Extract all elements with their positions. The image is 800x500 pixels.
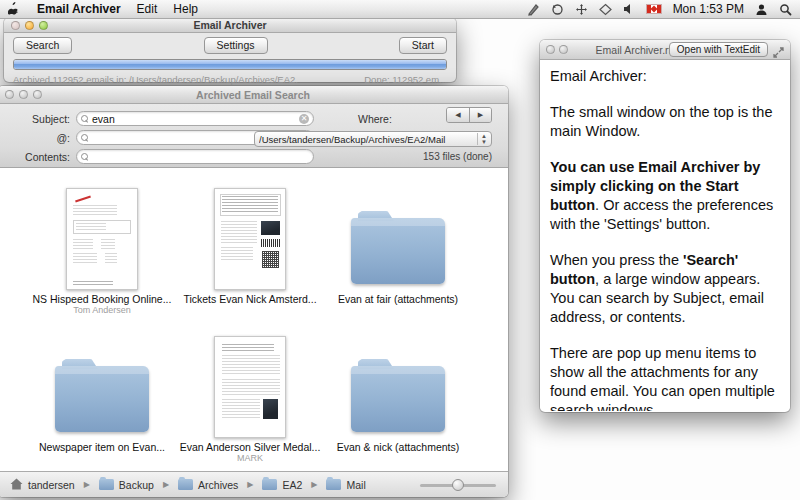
breadcrumb-item[interactable]: Mail	[346, 479, 365, 491]
zoom-button[interactable]	[559, 45, 568, 54]
search-icon	[81, 153, 89, 161]
breadcrumb-separator-icon: ▶	[247, 480, 253, 489]
icon-size-slider[interactable]	[420, 478, 496, 492]
zoom-button[interactable]	[39, 21, 48, 30]
folder-icon	[99, 479, 114, 490]
search-window-titlebar[interactable]: Archived Email Search	[0, 86, 508, 104]
folder-icon	[55, 366, 149, 432]
archiver-titlebar[interactable]: Email Archiver	[4, 18, 456, 33]
where-popup-menu[interactable]: /Users/tandersen/Backup/Archives/EA2/Mai…	[254, 131, 492, 147]
document-thumbnail	[214, 188, 286, 290]
desktop: Email Archiver Edit Help Mon 1:53 PM	[0, 0, 800, 500]
minimize-button[interactable]	[25, 21, 34, 30]
result-document-item[interactable]: Tickets Evan Nick Amsterd...	[176, 174, 324, 316]
breadcrumb-item[interactable]: Backup	[119, 479, 154, 491]
file-subtitle: Tom Andersen	[73, 305, 131, 316]
archive-status-text: Archived 112952 emails in: /Users/tander…	[13, 74, 298, 85]
zoom-button[interactable]	[33, 90, 42, 99]
archive-progress-bar	[13, 59, 447, 70]
document-thumbnail	[214, 336, 286, 438]
breadcrumb-item[interactable]: Archives	[198, 479, 238, 491]
path-bar: tandersen▶Backup▶Archives▶EA2▶Mail	[0, 471, 508, 497]
search-results-grid: NS Hispeed Booking Online...Tom Andersen…	[0, 168, 506, 467]
move-icon[interactable]	[575, 3, 588, 16]
folder-icon	[326, 479, 341, 490]
icon-box	[66, 178, 138, 290]
archived-email-search-window: Archived Email Search Subject: evan ✕ @:	[0, 86, 508, 497]
fullscreen-icon[interactable]	[773, 44, 784, 55]
folder-icon	[262, 479, 277, 490]
folder-icon	[351, 366, 445, 432]
open-with-textedit-button[interactable]: Open with TextEdit	[669, 42, 768, 57]
forward-button[interactable]: ▶	[469, 108, 491, 122]
search-window-title: Archived Email Search	[0, 89, 508, 101]
search-icon	[81, 115, 89, 123]
file-name: NS Hispeed Booking Online...	[33, 293, 172, 305]
close-button[interactable]	[5, 90, 14, 99]
menu-bar: Email Archiver Edit Help Mon 1:53 PM	[0, 0, 800, 19]
menu-clock[interactable]: Mon 1:53 PM	[673, 2, 744, 16]
breadcrumb: tandersen▶Backup▶Archives▶EA2▶Mail	[10, 478, 366, 492]
where-value: /Users/tandersen/Backup/Archives/EA2/Mai…	[259, 134, 477, 145]
start-button[interactable]: Start	[399, 37, 447, 54]
result-document-item[interactable]: Evan Anderson Silver Medal...MARK	[176, 322, 324, 464]
file-name: Newspaper item on Evan...	[39, 441, 165, 453]
subject-value: evan	[92, 113, 299, 125]
menu-app-name[interactable]: Email Archiver	[37, 2, 121, 16]
quicklook-titlebar[interactable]: Email Archiver.rtf Open with TextEdit	[540, 40, 790, 60]
subject-label: Subject:	[0, 113, 76, 125]
close-button[interactable]	[11, 21, 20, 30]
popup-arrows-icon: ▲▼	[477, 133, 487, 145]
address-label: @:	[0, 132, 76, 144]
settings-button[interactable]: Settings	[204, 37, 268, 54]
quicklook-window: Email Archiver.rtf Open with TextEdit Em…	[540, 40, 790, 412]
file-name: Tickets Evan Nick Amsterd...	[183, 293, 316, 305]
document-paragraph: Email Archiver:	[550, 67, 780, 86]
input-source-canada-flag-icon[interactable]	[646, 4, 662, 14]
history-nav-control: ◀ ▶	[446, 107, 492, 123]
file-count-text: 153 files (done)	[423, 151, 492, 162]
menu-item-help[interactable]: Help	[173, 2, 198, 16]
folder-icon	[351, 218, 445, 284]
pen-icon[interactable]	[527, 3, 540, 16]
volume-icon[interactable]	[623, 3, 635, 15]
result-folder-item[interactable]: Evan & nick (attachments)	[324, 322, 472, 464]
document-paragraph: There are pop up menu items to show all …	[550, 344, 780, 411]
home-icon	[10, 478, 23, 492]
folder-icon	[178, 479, 193, 490]
contents-search-input[interactable]	[76, 149, 314, 164]
search-toolbar: Subject: evan ✕ @: Contents:	[0, 104, 508, 168]
result-document-item[interactable]: NS Hispeed Booking Online...Tom Andersen	[28, 174, 176, 316]
minimize-button[interactable]	[19, 90, 28, 99]
result-folder-item[interactable]: Evan at fair (attachments)	[324, 174, 472, 316]
apple-menu-icon[interactable]	[8, 2, 21, 17]
time-machine-icon[interactable]	[551, 3, 564, 16]
document-paragraph: When you press the 'Search' button, a la…	[550, 251, 780, 327]
quicklook-title: Email Archiver.rtf	[590, 44, 680, 56]
search-icon	[81, 134, 89, 142]
airport-off-icon[interactable]	[599, 3, 612, 16]
result-folder-item[interactable]: Newspaper item on Evan...	[28, 322, 176, 464]
user-icon[interactable]	[755, 3, 768, 16]
file-name: Evan & nick (attachments)	[337, 441, 460, 453]
menu-item-edit[interactable]: Edit	[137, 2, 158, 16]
archiver-window-title: Email Archiver	[4, 19, 456, 31]
breadcrumb-item[interactable]: EA2	[282, 479, 302, 491]
icon-box	[351, 326, 445, 438]
close-button[interactable]	[546, 45, 555, 54]
breadcrumb-separator-icon: ▶	[163, 480, 169, 489]
back-button[interactable]: ◀	[447, 108, 469, 122]
spotlight-icon[interactable]	[779, 3, 792, 16]
contents-label: Contents:	[0, 151, 76, 163]
file-name: Evan at fair (attachments)	[338, 293, 458, 305]
document-thumbnail	[66, 188, 138, 290]
clear-search-icon[interactable]: ✕	[299, 114, 309, 124]
breadcrumb-item[interactable]: tandersen	[28, 479, 75, 491]
icon-box	[214, 178, 286, 290]
search-button[interactable]: Search	[13, 37, 72, 54]
where-label: Where:	[358, 113, 392, 125]
icon-box	[55, 326, 149, 438]
icon-box	[351, 178, 445, 290]
slider-knob[interactable]	[452, 479, 464, 491]
subject-search-input[interactable]: evan ✕	[76, 111, 314, 126]
